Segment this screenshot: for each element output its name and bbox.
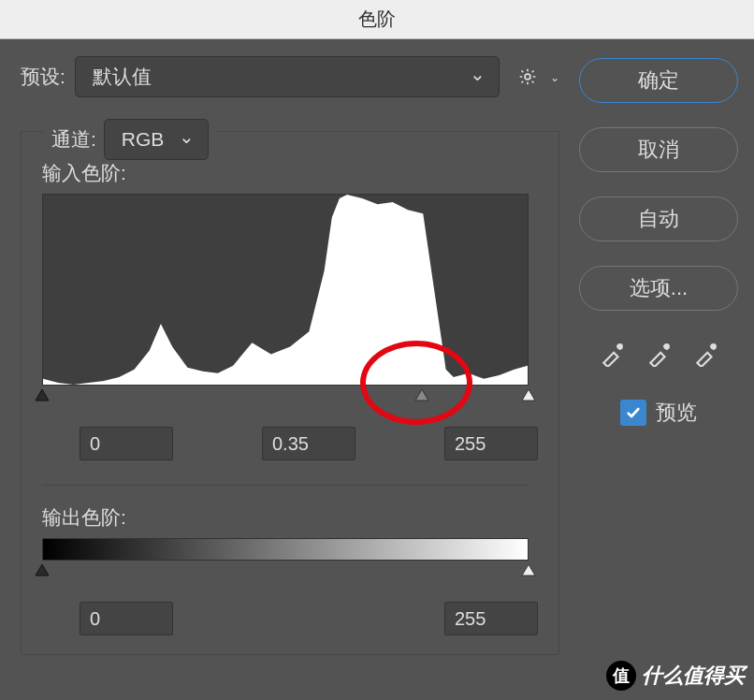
input-gamma-field[interactable] <box>262 427 355 460</box>
svg-point-2 <box>665 344 669 348</box>
watermark-logo-icon: 值 <box>606 661 636 691</box>
input-black-field[interactable] <box>80 427 173 460</box>
options-button[interactable]: 选项... <box>579 266 738 311</box>
output-white-field[interactable] <box>444 602 538 635</box>
gear-caret-icon[interactable] <box>546 68 559 85</box>
svg-point-0 <box>525 74 530 80</box>
eyedropper-white-icon[interactable] <box>693 343 718 367</box>
output-black-slider[interactable] <box>34 562 51 577</box>
preview-label: 预览 <box>656 399 697 427</box>
divider <box>42 485 529 486</box>
svg-point-1 <box>618 344 622 348</box>
preview-checkbox[interactable] <box>620 400 646 426</box>
channel-label: 通道: <box>51 126 96 153</box>
gear-icon[interactable] <box>518 67 537 86</box>
channel-select[interactable]: RGB <box>104 119 209 160</box>
gamma-midtone-slider[interactable] <box>413 387 430 402</box>
preset-select[interactable]: 默认值 <box>75 56 500 97</box>
window-title: 色阶 <box>358 7 396 32</box>
ok-button[interactable]: 确定 <box>579 58 738 103</box>
titlebar: 色阶 <box>0 0 754 39</box>
histogram <box>42 194 529 386</box>
output-slider-track <box>42 562 529 585</box>
preset-label: 预设: <box>21 64 65 90</box>
auto-button[interactable]: 自动 <box>579 197 738 241</box>
channel-value: RGB <box>122 128 165 151</box>
output-gradient <box>42 538 529 561</box>
black-point-slider[interactable] <box>34 387 51 402</box>
output-white-slider[interactable] <box>520 562 537 577</box>
input-levels-label: 输入色阶: <box>42 160 538 186</box>
watermark-text: 什么值得买 <box>642 662 745 690</box>
eyedropper-gray-icon[interactable] <box>646 343 671 367</box>
cancel-button[interactable]: 取消 <box>579 127 738 172</box>
eyedropper-black-icon[interactable] <box>600 343 624 367</box>
white-point-slider[interactable] <box>520 387 537 402</box>
input-white-field[interactable] <box>444 427 538 460</box>
input-slider-track <box>42 387 529 410</box>
output-black-field[interactable] <box>80 602 173 635</box>
watermark: 值 什么值得买 <box>606 661 745 691</box>
preset-value: 默认值 <box>93 64 152 90</box>
svg-point-3 <box>712 344 716 348</box>
output-levels-label: 输出色阶: <box>42 504 538 531</box>
